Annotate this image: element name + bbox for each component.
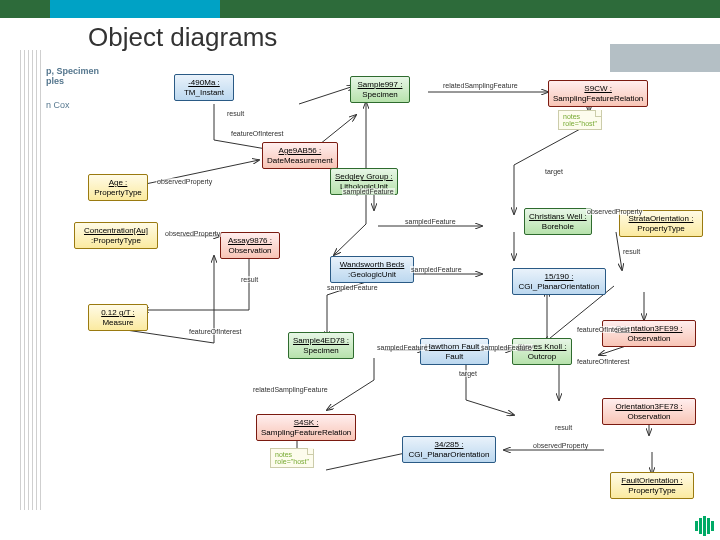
node-assay-observation: Assay9876 :Observation xyxy=(220,232,280,259)
node-sample-ed78: Sample4ED78 :Specimen xyxy=(288,332,354,359)
label-result-4: result xyxy=(554,424,573,431)
node-planar-34-285: 34/285 :CGI_PlanarOrientation xyxy=(402,436,496,463)
label-obsprop-1: observedProperty xyxy=(156,178,213,185)
label-foi-1: featureOfInterest xyxy=(230,130,285,137)
node-conc-au-property: Concentration[Au]:PropertyType xyxy=(74,222,158,249)
label-obsprop-3: observedProperty xyxy=(532,442,589,449)
label-target-2: target xyxy=(458,370,478,377)
object-diagram: -490Ma :TM_Instant Sample997 :Specimen S… xyxy=(74,60,710,540)
label-obsprop-4: observedProperty xyxy=(586,208,643,215)
label-obsprop-2: observedProperty xyxy=(164,230,221,237)
label-sf-2: sampledFeature xyxy=(404,218,457,225)
label-result-1: result xyxy=(226,110,245,117)
label-related-sf-1: relatedSamplingFeature xyxy=(442,82,519,89)
node-tm-instant: -490Ma :TM_Instant xyxy=(174,74,234,101)
node-sfr-s4sk: S4SK :SamplingFeatureRelation xyxy=(256,414,356,441)
node-wandsworth: Wandsworth Beds:GeologicUnit xyxy=(330,256,414,283)
label-result-3: result xyxy=(622,248,641,255)
node-age-property: Age :PropertyType xyxy=(88,174,148,201)
cut-label-author: n Cox xyxy=(46,100,70,110)
label-foi-2: featureOfInterest xyxy=(188,328,243,335)
node-date-measurement: Age9AB56 :DateMeasurement xyxy=(262,142,338,169)
node-obs-3fe78: Orientation3FE78 :Observation xyxy=(602,398,696,425)
label-sf-5: sampledFeature xyxy=(376,344,429,351)
node-hawthorn-fault: Hawthorn Fault :Fault xyxy=(420,338,489,365)
node-borehole: Christians Well :Borehole xyxy=(524,208,592,235)
label-sf-6: sampledFeature xyxy=(480,344,533,351)
label-foi-4: featureOfInterest xyxy=(576,358,631,365)
label-sf-1: sampledFeature xyxy=(342,188,395,195)
node-outcrop: Steves Knoll :Outcrop xyxy=(512,338,572,365)
label-foi-3: featureOfInterest xyxy=(576,326,631,333)
accent-bar xyxy=(50,0,220,18)
note-role-host-1: notesrole="host" xyxy=(558,110,602,130)
label-result-2: result xyxy=(240,276,259,283)
node-sfr-s9cw: S9CW :SamplingFeatureRelation xyxy=(548,80,648,107)
node-planar-15-190: 15/190 :CGI_PlanarOrientation xyxy=(512,268,606,295)
node-specimen997: Sample997 :Specimen xyxy=(350,76,410,103)
label-sf-4: sampledFeature xyxy=(326,284,379,291)
connector-layer xyxy=(74,60,710,540)
label-target-1: target xyxy=(544,168,564,175)
node-measure: 0.12 g/T :Measure xyxy=(88,304,148,331)
page-title: Object diagrams xyxy=(88,22,277,53)
node-fault-property: FaultOrientation :PropertyType xyxy=(610,472,694,499)
label-sf-3: sampledFeature xyxy=(410,266,463,273)
logo-icon xyxy=(695,516,714,536)
slide: Object diagrams p, Specimenples n Cox xyxy=(0,0,720,540)
node-obs-3fe99: Orientation3FE99 :Observation xyxy=(602,320,696,347)
label-related-sf-2: relatedSamplingFeature xyxy=(252,386,329,393)
note-role-host-2: notesrole="host" xyxy=(270,448,314,468)
